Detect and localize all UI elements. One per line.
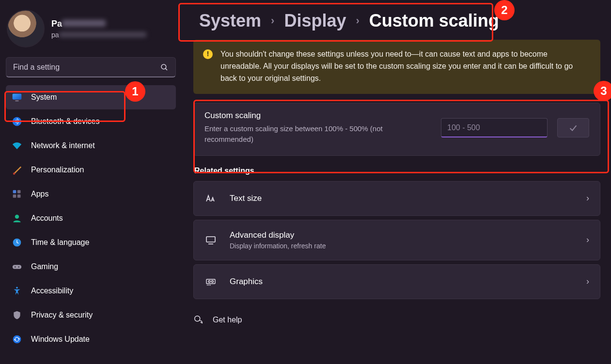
- svg-rect-10: [17, 195, 21, 198]
- sidebar-item-apps[interactable]: Apps: [6, 182, 176, 206]
- svg-line-1: [165, 68, 167, 70]
- shield-icon: [12, 310, 22, 320]
- person-icon: [12, 213, 22, 224]
- main-pane: System › Display › Custom scaling ! You …: [182, 0, 611, 364]
- sidebar-item-label: Gaming: [31, 262, 58, 271]
- breadcrumb-system[interactable]: System: [199, 11, 261, 31]
- custom-scaling-card: Custom scaling Enter a custom scaling si…: [193, 103, 600, 156]
- svg-point-16: [16, 287, 18, 289]
- svg-rect-8: [17, 190, 21, 194]
- row-text: Graphics: [230, 277, 574, 287]
- sidebar-item-personalization[interactable]: Personalization: [6, 158, 176, 182]
- custom-scaling-text: Custom scaling Enter a custom scaling si…: [204, 111, 431, 145]
- svg-point-17: [13, 335, 21, 344]
- svg-rect-18: [206, 237, 215, 242]
- svg-rect-4: [15, 100, 18, 101]
- sidebar-item-label: Privacy & security: [31, 311, 93, 319]
- paintbrush-icon: [12, 165, 22, 175]
- apps-icon: [12, 189, 22, 199]
- sidebar-item-label: Bluetooth & devices: [31, 117, 99, 126]
- accessibility-icon: [12, 286, 22, 296]
- user-name-visible: Pa: [51, 19, 62, 29]
- wifi-icon: [12, 140, 22, 151]
- svg-point-22: [212, 280, 214, 282]
- svg-point-21: [208, 280, 210, 282]
- sidebar-item-time-language[interactable]: Time & language: [6, 230, 176, 255]
- svg-rect-20: [206, 279, 215, 284]
- sidebar-item-label: System: [31, 93, 57, 102]
- svg-rect-3: [13, 94, 21, 100]
- search-box[interactable]: [6, 57, 176, 77]
- sidebar-item-label: Accessibility: [31, 287, 73, 295]
- advanced-display-row[interactable]: Advanced display Display information, re…: [193, 220, 600, 260]
- content-column: ! You shouldn't change these settings un…: [193, 40, 600, 325]
- sidebar-item-label: Network & internet: [31, 141, 95, 150]
- text-size-icon: [204, 192, 217, 205]
- user-email-visible: pa: [51, 31, 59, 39]
- svg-point-11: [15, 215, 19, 219]
- bluetooth-icon: [12, 116, 22, 127]
- breadcrumb: System › Display › Custom scaling: [192, 8, 600, 34]
- monitor-outline-icon: [204, 234, 217, 246]
- svg-point-15: [18, 266, 19, 267]
- search-input[interactable]: [13, 63, 154, 72]
- user-name-redacted: [62, 20, 106, 27]
- row-title: Graphics: [230, 277, 574, 287]
- sidebar-item-windows-update[interactable]: Windows Update: [6, 327, 176, 351]
- user-block[interactable]: Pa pa: [6, 9, 176, 54]
- settings-sidebar: Pa pa System Bluetooth & devices: [0, 0, 182, 364]
- chevron-right-icon: ›: [356, 15, 359, 27]
- chevron-right-icon: ›: [586, 235, 589, 245]
- sidebar-item-gaming[interactable]: Gaming: [6, 255, 176, 279]
- breadcrumb-custom-scaling: Custom scaling: [369, 11, 499, 31]
- chevron-right-icon: ›: [586, 193, 589, 203]
- get-help-link[interactable]: Get help: [193, 315, 600, 325]
- row-title: Advanced display: [230, 230, 574, 240]
- row-title: Text size: [230, 194, 574, 203]
- user-name: Pa: [51, 19, 146, 29]
- row-text: Advanced display Display information, re…: [230, 230, 574, 250]
- svg-rect-9: [13, 195, 16, 198]
- sidebar-item-system[interactable]: System: [6, 85, 176, 109]
- svg-point-6: [13, 173, 15, 175]
- update-sync-icon: [12, 334, 22, 345]
- user-email: pa: [51, 31, 146, 39]
- monitor-icon: [12, 92, 22, 103]
- search-icon: [160, 63, 169, 72]
- help-chat-icon: [193, 315, 204, 325]
- custom-scaling-title: Custom scaling: [204, 111, 431, 121]
- related-settings-header: Related settings: [194, 167, 600, 175]
- custom-scaling-sub: Enter a custom scaling size between 100%…: [204, 123, 408, 145]
- clock-globe-icon: [12, 237, 22, 248]
- avatar: [7, 10, 45, 47]
- row-sub: Display information, refresh rate: [230, 242, 574, 250]
- sidebar-item-privacy[interactable]: Privacy & security: [6, 303, 176, 327]
- get-help-label: Get help: [213, 316, 242, 324]
- chevron-right-icon: ›: [586, 276, 589, 287]
- sidebar-item-network[interactable]: Network & internet: [6, 134, 176, 158]
- svg-rect-7: [13, 190, 16, 194]
- sidebar-item-label: Personalization: [31, 166, 84, 174]
- nav-list: System Bluetooth & devices Network & int…: [6, 85, 176, 351]
- sidebar-item-label: Windows Update: [31, 335, 90, 344]
- svg-point-14: [15, 266, 16, 267]
- sidebar-item-accessibility[interactable]: Accessibility: [6, 279, 176, 303]
- sidebar-item-label: Accounts: [31, 214, 63, 223]
- sidebar-item-label: Apps: [31, 190, 48, 198]
- text-size-row[interactable]: Text size ›: [193, 181, 600, 216]
- svg-rect-13: [13, 265, 21, 269]
- gamepad-icon: [12, 261, 22, 272]
- check-icon: [568, 122, 579, 133]
- warning-icon: !: [203, 49, 213, 59]
- row-text: Text size: [230, 194, 574, 203]
- custom-scaling-input[interactable]: [441, 118, 548, 137]
- sidebar-item-bluetooth[interactable]: Bluetooth & devices: [6, 109, 176, 134]
- warning-card: ! You shouldn't change these settings un…: [193, 40, 600, 94]
- breadcrumb-display[interactable]: Display: [284, 11, 346, 31]
- sidebar-item-accounts[interactable]: Accounts: [6, 206, 176, 230]
- graphics-row[interactable]: Graphics ›: [193, 264, 600, 299]
- apply-scaling-button[interactable]: [557, 118, 589, 137]
- warning-text: You shouldn't change these settings unle…: [220, 50, 573, 82]
- graphics-card-icon: [204, 275, 217, 288]
- user-text: Pa pa: [51, 19, 146, 39]
